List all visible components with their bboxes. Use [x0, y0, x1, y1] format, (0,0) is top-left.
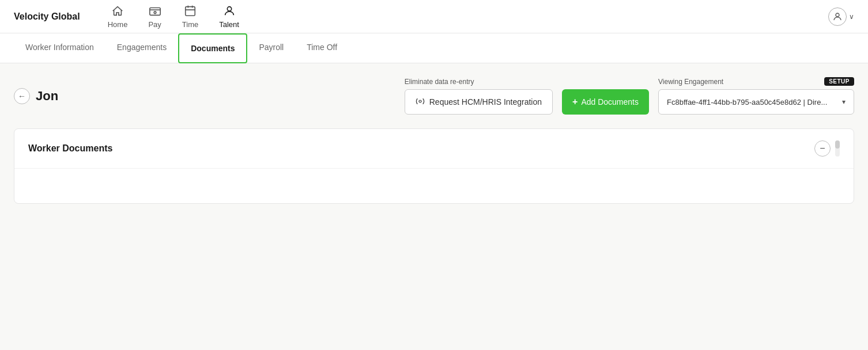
plus-icon: +	[572, 97, 578, 107]
nav-items: Home Pay Time Talent	[99, 0, 828, 33]
viewing-engagement-label: Viewing Engagement	[658, 78, 723, 86]
engagement-selector-group: Viewing Engagement SETUP Fc8bffae-4ff1-4…	[658, 77, 854, 115]
svg-point-1	[154, 11, 156, 13]
tab-documents[interactable]: Documents	[178, 33, 247, 63]
back-button[interactable]: ←	[14, 88, 30, 104]
tab-time-off[interactable]: Time Off	[295, 33, 349, 63]
tab-payroll[interactable]: Payroll	[247, 33, 295, 63]
hcm-icon	[416, 97, 425, 108]
main-content: ← Jon Eliminate data re-entry Request HC…	[0, 63, 868, 204]
worker-documents-card: Worker Documents −	[14, 128, 854, 204]
time-icon	[184, 5, 197, 19]
brand-logo: Velocity Global	[14, 12, 80, 22]
hcm-integration-group: Eliminate data re-entry Request HCM/HRIS…	[405, 78, 553, 115]
nav-time[interactable]: Time	[173, 0, 207, 33]
collapse-button[interactable]: −	[814, 140, 831, 157]
svg-point-3	[227, 6, 231, 10]
back-and-title: ← Jon	[14, 88, 58, 104]
add-btn-label: Add Documents	[581, 97, 639, 106]
request-hcm-button[interactable]: Request HCM/HRIS Integration	[405, 89, 553, 115]
tab-worker-information[interactable]: Worker Information	[14, 33, 105, 63]
svg-rect-2	[186, 6, 195, 16]
nav-home-label: Home	[108, 20, 128, 29]
page-header-row: ← Jon Eliminate data re-entry Request HC…	[14, 77, 854, 115]
top-nav: Velocity Global Home Pay Time Talent	[0, 0, 868, 33]
page-title: Jon	[36, 89, 58, 104]
home-icon	[111, 5, 124, 19]
scrollbar-track[interactable]	[835, 140, 840, 157]
setup-badge: SETUP	[824, 77, 854, 86]
engagement-dropdown[interactable]: Fc8bffae-4ff1-44bb-b795-aa50c45e8d62 | D…	[658, 89, 854, 115]
engagement-value: Fc8bffae-4ff1-44bb-b795-aa50c45e8d62 | D…	[667, 98, 827, 106]
worker-documents-header: Worker Documents −	[14, 129, 854, 169]
scrollbar-thumb	[835, 140, 840, 149]
user-chevron-icon: ∨	[849, 13, 854, 21]
worker-documents-body	[14, 169, 854, 203]
pay-icon	[149, 5, 161, 19]
tab-engagements[interactable]: Engagements	[105, 33, 178, 63]
user-menu[interactable]: ∨	[828, 7, 854, 26]
sub-nav: Worker Information Engagements Documents…	[0, 33, 868, 63]
svg-point-4	[836, 13, 839, 17]
nav-time-label: Time	[182, 20, 198, 29]
user-avatar-icon	[828, 7, 847, 26]
nav-talent-label: Talent	[219, 20, 239, 29]
worker-documents-title: Worker Documents	[28, 143, 112, 154]
action-bar: Eliminate data re-entry Request HCM/HRIS…	[405, 77, 854, 115]
nav-home[interactable]: Home	[99, 0, 137, 33]
talent-icon	[223, 5, 236, 19]
nav-pay[interactable]: Pay	[139, 0, 170, 33]
svg-point-5	[419, 100, 421, 102]
nav-pay-label: Pay	[148, 20, 161, 29]
chevron-down-icon: ▾	[842, 98, 846, 106]
add-documents-button[interactable]: + Add Documents	[562, 89, 649, 115]
engagement-header: Viewing Engagement SETUP	[658, 77, 854, 86]
eliminate-label: Eliminate data re-entry	[405, 78, 553, 86]
nav-talent[interactable]: Talent	[210, 0, 248, 33]
request-btn-label: Request HCM/HRIS Integration	[429, 97, 542, 106]
